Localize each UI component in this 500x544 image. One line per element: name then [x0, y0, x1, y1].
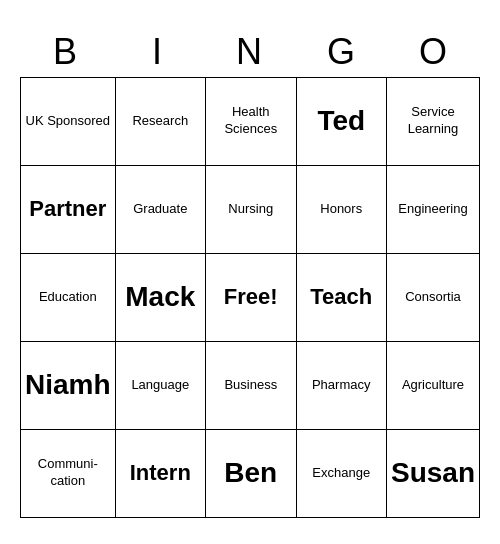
- header-letter: N: [204, 27, 296, 77]
- bingo-cell-r2-c3: Teach: [297, 254, 387, 342]
- bingo-cell-r1-c3: Honors: [297, 166, 387, 254]
- bingo-cell-r3-c4: Agriculture: [387, 342, 480, 430]
- header-letter: O: [388, 27, 480, 77]
- bingo-cell-r2-c2: Free!: [206, 254, 296, 342]
- header-letter: I: [112, 27, 204, 77]
- bingo-cell-r2-c4: Consortia: [387, 254, 480, 342]
- bingo-cell-r3-c0: Niamh: [21, 342, 116, 430]
- header-letter: G: [296, 27, 388, 77]
- bingo-cell-r4-c1: Intern: [116, 430, 206, 518]
- bingo-cell-r0-c0: UK Sponsored: [21, 78, 116, 166]
- bingo-cell-r0-c2: Health Sciences: [206, 78, 296, 166]
- bingo-cell-r3-c1: Language: [116, 342, 206, 430]
- header-letter: B: [20, 27, 112, 77]
- bingo-cell-r1-c2: Nursing: [206, 166, 296, 254]
- bingo-cell-r2-c0: Education: [21, 254, 116, 342]
- bingo-cell-r4-c4: Susan: [387, 430, 480, 518]
- bingo-cell-r1-c1: Graduate: [116, 166, 206, 254]
- bingo-cell-r0-c1: Research: [116, 78, 206, 166]
- bingo-cell-r3-c2: Business: [206, 342, 296, 430]
- bingo-cell-r1-c0: Partner: [21, 166, 116, 254]
- bingo-cell-r3-c3: Pharmacy: [297, 342, 387, 430]
- bingo-grid: UK SponsoredResearchHealth SciencesTedSe…: [20, 77, 480, 518]
- bingo-cell-r1-c4: Engineering: [387, 166, 480, 254]
- bingo-cell-r0-c4: Service Learning: [387, 78, 480, 166]
- bingo-cell-r4-c3: Exchange: [297, 430, 387, 518]
- bingo-card: BINGO UK SponsoredResearchHealth Science…: [20, 27, 480, 518]
- bingo-header: BINGO: [20, 27, 480, 77]
- bingo-cell-r4-c0: Communi-cation: [21, 430, 116, 518]
- bingo-cell-r0-c3: Ted: [297, 78, 387, 166]
- bingo-cell-r2-c1: Mack: [116, 254, 206, 342]
- bingo-cell-r4-c2: Ben: [206, 430, 296, 518]
